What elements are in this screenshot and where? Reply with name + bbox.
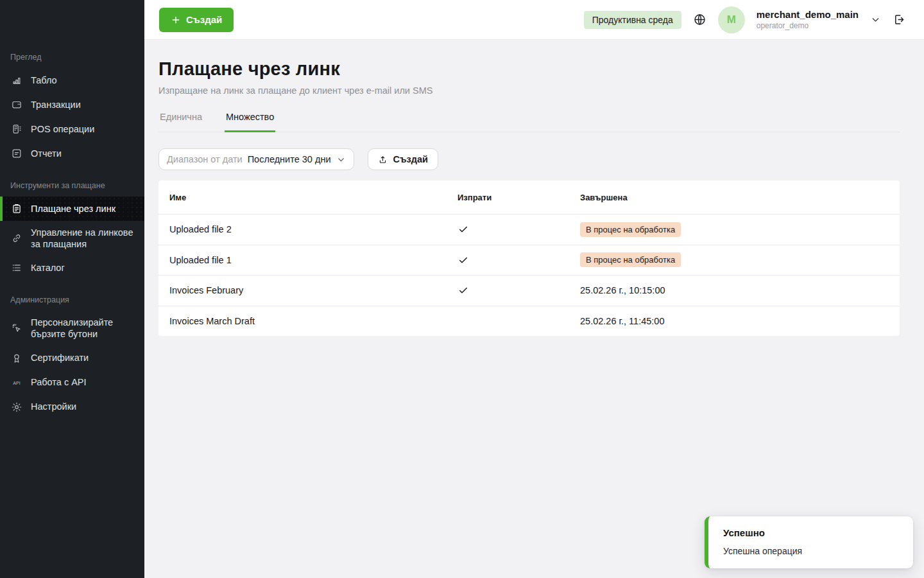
sidebar-item-label: Каталог [31,262,65,274]
sidebar-item-label: Плащане чрез линк [31,203,116,215]
completed-date: 25.02.26 г., 11:45:00 [580,316,664,326]
gear-icon [10,401,23,414]
logout-icon [893,13,906,26]
sidebar-item-payment-links-management[interactable]: Управление на линкове за плащания [0,221,144,256]
api-icon: API [10,376,23,389]
create-button[interactable]: Създай [159,8,234,32]
main-column: Създай Продуктивна среда M merchant_demo… [144,0,924,578]
completed-date: 25.02.26 г., 10:15:00 [580,285,665,295]
create-button-label: Създай [186,14,222,25]
table-row[interactable]: Invoices February25.02.26 г., 10:15:00 [158,275,900,306]
app-root: ПрегледТаблоТранзакцииPOS операцииОтчети… [0,0,924,578]
user-role: operator_demo [757,21,859,30]
check-icon [458,285,580,296]
sidebar-section-title: Администрация [0,295,144,304]
tabs: Единична Множество [158,112,900,132]
sidebar-item-reports[interactable]: Отчети [0,141,144,166]
sidebar-item-certificates[interactable]: Сертификати [0,346,144,371]
certificate-icon [10,352,23,365]
toast-title: Успешно [723,527,900,538]
sidebar-item-catalog[interactable]: Каталог [0,256,144,280]
sidebar-section-title: Преглед [0,53,144,62]
logout-button[interactable] [893,13,906,26]
sidebar-item-label: Персонализирайте бързите бутони [31,317,134,340]
toast-message: Успешна операция [723,546,900,556]
sidebar-item-label: Сертификати [31,352,89,363]
tab-single[interactable]: Единична [158,112,203,132]
filter-row: Диапазон от дати Последните 30 дни Създа… [158,148,900,170]
check-icon [458,223,580,235]
sidebar-item-api[interactable]: APIРабота с API [0,371,144,395]
page-subtitle: Изпращане на линк за плащане до клиент ч… [158,85,900,96]
user-block: merchant_demo_main operator_demo [757,9,859,30]
date-range-select[interactable]: Диапазон от дати Последните 30 дни [158,148,354,170]
row-name: Uploaded file 2 [169,224,232,234]
plus-icon [171,15,181,25]
column-header-name: Име [169,193,458,202]
upload-icon [378,155,388,164]
page-title: Плащане чрез линк [158,58,900,80]
sidebar-item-payment-link[interactable]: Плащане чрез линк [0,197,144,221]
processing-badge: В процес на обработка [580,252,681,267]
sidebar-item-label: Табло [31,74,57,86]
report-icon [10,147,23,160]
sidebar-item-dashboard[interactable]: Табло [0,68,144,92]
column-header-sent: Изпрати [458,193,580,202]
tab-multiple[interactable]: Множество [225,112,275,132]
user-menu-button[interactable] [870,14,881,25]
globe-icon [693,13,706,26]
language-button[interactable] [693,13,706,26]
sidebar-item-transactions[interactable]: Транзакции [0,92,144,117]
cursor-click-icon [10,322,23,335]
success-toast: Успешно Успешна операция [705,516,913,568]
sidebar-item-settings[interactable]: Настройки [0,395,144,419]
date-range-value: Последните 30 дни [248,154,331,164]
table-row[interactable]: Uploaded file 2В процес на обработка [158,214,900,245]
table-body: Uploaded file 2В процес на обработкаUplo… [158,214,900,336]
avatar[interactable]: M [718,6,745,33]
link-icon [10,232,23,245]
sidebar: ПрегледТаблоТранзакцииPOS операцииОтчети… [0,0,144,578]
sidebar-item-pos-operations[interactable]: POS операции [0,117,144,141]
environment-badge: Продуктивна среда [584,11,681,29]
row-name: Uploaded file 1 [169,255,232,265]
sidebar-item-quick-buttons[interactable]: Персонализирайте бързите бутони [0,311,144,346]
sidebar-item-label: Транзакции [31,99,81,110]
upload-create-label: Създай [393,154,428,164]
table-row[interactable]: Uploaded file 1В процес на обработка [158,245,900,276]
content: Плащане чрез линк Изпращане на линк за п… [144,40,924,578]
wallet-icon [10,98,23,111]
bar-chart-icon [10,74,23,87]
table-row[interactable]: Invoices March Draft25.02.26 г., 11:45:0… [158,306,900,337]
sidebar-item-label: Отчети [31,148,62,159]
check-icon [458,254,580,266]
table-header-row: Име Изпрати Завършена [158,180,900,214]
uploads-table: Име Изпрати Завършена Uploaded file 2В п… [158,180,900,336]
clipboard-icon [10,202,23,215]
sidebar-item-label: Работа с API [31,376,87,388]
topbar: Създай Продуктивна среда M merchant_demo… [144,0,924,40]
svg-text:API: API [13,380,20,385]
sidebar-section-title: Инструменти за плащане [0,181,144,190]
row-name: Invoices February [169,285,243,295]
list-icon [10,261,23,274]
topbar-right: Продуктивна среда M merchant_demo_main o… [584,6,906,33]
chevron-down-icon [336,155,346,164]
row-name: Invoices March Draft [169,316,255,326]
sidebar-item-label: Настройки [31,401,76,412]
chevron-down-icon [870,14,881,25]
sidebar-item-label: POS операции [31,123,94,135]
processing-badge: В процес на обработка [580,222,681,237]
pos-terminal-icon [10,123,23,136]
upload-create-button[interactable]: Създай [368,148,438,170]
user-name: merchant_demo_main [757,9,859,20]
sidebar-item-label: Управление на линкове за плащания [31,227,134,250]
date-range-label: Диапазон от дати [167,154,243,164]
column-header-completed: Завършена [580,193,889,202]
